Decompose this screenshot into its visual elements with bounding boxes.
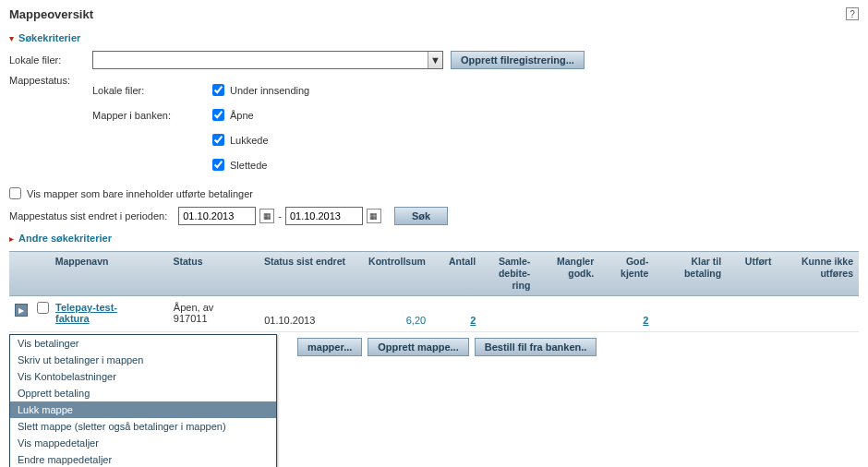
apne-label: Åpne: [230, 110, 254, 121]
calendar-icon[interactable]: ▦: [259, 209, 274, 223]
th-kunne-ikke[interactable]: Kunne ikke utføres: [777, 252, 859, 295]
search-criteria-toggle[interactable]: ▾ Søkekriterier: [9, 32, 859, 43]
th-kontrollsum[interactable]: Kontrollsum: [358, 252, 431, 295]
other-criteria-label: Andre søkekriterier: [18, 233, 112, 244]
table-header: Mappenavn Status Status sist endret Kont…: [9, 251, 859, 296]
other-criteria-toggle[interactable]: ▸ Andre søkekriterier: [9, 233, 859, 244]
chevron-down-icon: ▾: [9, 33, 14, 43]
date-to-input[interactable]: [285, 207, 363, 225]
calendar-icon[interactable]: ▦: [367, 209, 381, 223]
lukkede-label: Lukkede: [230, 135, 269, 146]
apne-checkbox[interactable]: [212, 109, 224, 121]
lokale-filer-label: Lokale filer:: [9, 54, 92, 66]
th-godkjente[interactable]: God-kjente: [599, 252, 654, 295]
table-row: ▶ Telepay-test- faktura Åpen, av 917011 …: [9, 296, 859, 332]
th-mangler-godk[interactable]: Mangler godk.: [536, 252, 599, 295]
lukkede-checkbox[interactable]: [212, 134, 224, 146]
slettede-label: Slettede: [230, 160, 267, 171]
th-samledebitering[interactable]: Samle-debite-ring: [481, 252, 536, 295]
mappestatus-label: Mappestatus:: [9, 75, 92, 86]
date-from-input[interactable]: [178, 207, 256, 225]
bestill-fil-button[interactable]: Bestill fil fra banken..: [475, 338, 597, 356]
row-context-menu: Vis betalingerSkriv ut betalinger i mapp…: [9, 334, 277, 369]
cell-status-sist-endret: 01.10.2013: [259, 302, 358, 326]
page-title: Mappeoversikt: [9, 7, 93, 21]
th-klar-til-betaling[interactable]: Klar til betaling: [654, 252, 727, 295]
antall-link[interactable]: 2: [470, 302, 476, 326]
th-status-sist-endret[interactable]: Status sist endret: [259, 252, 358, 295]
th-mappenavn[interactable]: Mappenavn: [50, 252, 168, 295]
menu-item[interactable]: Vis Kontobelastninger: [10, 368, 276, 369]
sub-lokale-filer-label: Lokale filer:: [92, 85, 212, 96]
th-utfort[interactable]: Utført: [727, 252, 777, 295]
under-innsending-label: Under innsending: [230, 85, 309, 96]
godkjente-link[interactable]: 2: [643, 302, 648, 326]
sub-mapper-i-banken-label: Mapper i banken:: [92, 110, 212, 121]
search-criteria-label: Søkekriterier: [18, 32, 80, 43]
sok-button[interactable]: Søk: [394, 207, 448, 225]
lokale-filer-select[interactable]: ▼: [92, 51, 443, 69]
slettede-checkbox[interactable]: [212, 159, 224, 171]
opprett-filregistrering-button[interactable]: Opprett filregistrering...: [451, 51, 585, 69]
menu-item[interactable]: Skriv ut betalinger i mappen: [10, 352, 276, 368]
menu-item[interactable]: Vis betalinger: [10, 335, 276, 352]
th-antall[interactable]: Antall: [431, 252, 481, 295]
row-menu-handle[interactable]: ▶: [15, 304, 28, 317]
periode-label: Mappestatus sist endret i perioden:: [9, 210, 167, 222]
row-checkbox[interactable]: [37, 302, 49, 314]
under-innsending-checkbox[interactable]: [212, 84, 224, 96]
cell-kontrollsum: 6,20: [358, 302, 431, 326]
vis-utforte-label: Vis mapper som bare inneholder utførte b…: [27, 188, 253, 199]
th-status[interactable]: Status: [168, 252, 259, 295]
cell-status: Åpen, av 917011: [168, 302, 259, 324]
chevron-right-icon: ▶: [18, 306, 24, 315]
chevron-right-icon: ▸: [9, 234, 14, 244]
vis-utforte-checkbox[interactable]: [9, 187, 21, 199]
mapper-button[interactable]: mapper...: [297, 338, 362, 356]
chevron-down-icon: ▼: [428, 52, 442, 68]
help-icon[interactable]: ?: [846, 7, 859, 20]
date-separator: -: [278, 210, 282, 222]
mappenavn-link[interactable]: Telepay-test- faktura: [55, 302, 117, 324]
opprett-mappe-button[interactable]: Opprett mappe...: [368, 338, 468, 356]
